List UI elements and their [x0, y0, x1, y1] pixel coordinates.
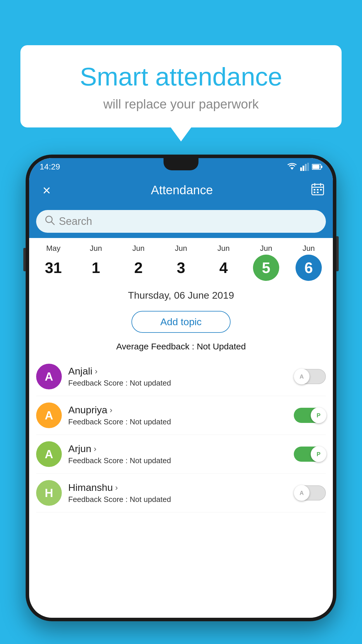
calendar-day[interactable]: Jun6 [296, 244, 322, 281]
student-item[interactable]: HHimanshu ›Feedback Score : Not updatedA [36, 474, 326, 512]
calendar-day[interactable]: Jun4 [210, 244, 237, 281]
speech-bubble: Smart attendance will replace your paper… [20, 45, 342, 127]
avatar: A [36, 402, 62, 428]
calendar-day[interactable]: Jun3 [168, 244, 194, 281]
chevron-right-icon: › [94, 444, 96, 454]
student-info: Arjun ›Feedback Score : Not updated [68, 443, 287, 465]
attendance-toggle[interactable]: A [294, 485, 326, 501]
feedback-label: Feedback Score : [68, 417, 130, 426]
feedback-score: Feedback Score : Not updated [68, 417, 287, 426]
cal-date-number[interactable]: 31 [40, 255, 66, 281]
avatar: A [36, 441, 62, 467]
student-info: Anjali ›Feedback Score : Not updated [68, 365, 287, 388]
student-item[interactable]: AAnjali ›Feedback Score : Not updatedA [36, 357, 326, 396]
svg-line-18 [51, 222, 54, 225]
svg-rect-13 [317, 189, 319, 190]
app-bar-title: Attendance [61, 183, 303, 197]
selected-date: Thursday, 06 June 2019 [29, 284, 333, 304]
cal-date-number[interactable]: 2 [125, 255, 152, 281]
student-info: Anupriya ›Feedback Score : Not updated [68, 404, 287, 426]
name-text: Himanshu [68, 482, 113, 493]
avatar: H [36, 480, 62, 506]
toggle-track[interactable]: P [294, 408, 326, 423]
calendar-day[interactable]: Jun5 [253, 244, 279, 281]
toggle-track[interactable]: P [294, 447, 326, 462]
cal-date-number[interactable]: 6 [296, 255, 322, 281]
cal-date-number[interactable]: 3 [168, 255, 194, 281]
feedback-score: Feedback Score : Not updated [68, 495, 287, 504]
svg-rect-4 [307, 163, 309, 171]
feedback-label: Feedback Score : [68, 495, 130, 504]
calendar-day[interactable]: Jun2 [125, 244, 152, 281]
cal-date-number[interactable]: 5 [253, 255, 279, 281]
battery-icon [312, 163, 322, 170]
svg-rect-1 [300, 167, 302, 171]
chevron-right-icon: › [115, 483, 118, 492]
cal-date-number[interactable]: 1 [83, 255, 109, 281]
name-text: Anupriya [68, 404, 107, 416]
svg-rect-12 [314, 189, 315, 190]
student-name: Arjun › [68, 443, 287, 454]
attendance-toggle[interactable]: A [294, 369, 326, 384]
svg-rect-15 [314, 192, 315, 193]
status-time: 14:29 [40, 162, 60, 172]
feedback-summary: Average Feedback : Not Updated [29, 340, 333, 357]
toggle-track[interactable]: A [294, 485, 326, 501]
calendar-day[interactable]: May31 [40, 244, 66, 281]
search-bar[interactable]: Search [36, 210, 326, 233]
calendar-strip: May31Jun1Jun2Jun3Jun4Jun5Jun6 [29, 238, 333, 284]
attendance-toggle[interactable]: P [294, 408, 326, 423]
svg-rect-7 [321, 166, 322, 168]
search-placeholder: Search [59, 215, 92, 228]
phone-screen: 14:29 [29, 158, 333, 618]
speech-bubble-container: Smart attendance will replace your paper… [20, 45, 342, 127]
toggle-knob: A [294, 369, 310, 384]
feedback-value: Not updated [130, 456, 171, 465]
student-info: Himanshu ›Feedback Score : Not updated [68, 482, 287, 504]
signal-icon [300, 163, 309, 171]
add-topic-button[interactable]: Add topic [131, 311, 231, 333]
close-button[interactable]: × [38, 182, 55, 198]
avatar: A [36, 364, 62, 389]
phone-outer: 14:29 [26, 155, 336, 621]
svg-rect-2 [303, 166, 304, 171]
toggle-track[interactable]: A [294, 369, 326, 384]
feedback-score: Feedback Score : Not updated [68, 379, 287, 388]
toggle-knob: P [311, 446, 326, 462]
svg-rect-6 [312, 165, 319, 169]
feedback-value: Not Updated [197, 342, 246, 351]
attendance-toggle[interactable]: P [294, 447, 326, 462]
chevron-right-icon: › [110, 405, 112, 415]
name-text: Anjali [68, 365, 92, 377]
cal-month-label: Jun [175, 244, 187, 253]
cal-date-number[interactable]: 4 [210, 255, 237, 281]
name-text: Arjun [68, 443, 91, 454]
svg-rect-16 [317, 192, 319, 193]
power-button [336, 236, 339, 271]
calendar-button[interactable] [311, 183, 324, 198]
cal-month-label: Jun [303, 244, 315, 253]
chevron-right-icon: › [95, 367, 97, 376]
student-list: AAnjali ›Feedback Score : Not updatedAAA… [29, 357, 333, 512]
feedback-value: Not updated [130, 417, 171, 426]
toggle-knob: A [294, 485, 310, 501]
cal-month-label: May [46, 244, 60, 253]
speech-title: Smart attendance [38, 63, 324, 91]
svg-marker-0 [290, 167, 294, 170]
feedback-score: Feedback Score : Not updated [68, 456, 287, 465]
search-icon [45, 215, 55, 228]
student-name: Anupriya › [68, 404, 287, 416]
svg-rect-3 [305, 164, 307, 171]
app-bar: × Attendance [29, 176, 333, 205]
feedback-label: Average Feedback : [116, 342, 197, 351]
cal-month-label: Jun [132, 244, 145, 253]
phone-wrapper: 14:29 [26, 155, 336, 644]
student-item[interactable]: AAnupriya ›Feedback Score : Not updatedP [36, 396, 326, 435]
volume-button [23, 248, 26, 271]
student-item[interactable]: AArjun ›Feedback Score : Not updatedP [36, 435, 326, 474]
speech-subtitle: will replace your paperwork [38, 97, 324, 111]
cal-month-label: Jun [90, 244, 102, 253]
feedback-label: Feedback Score : [68, 379, 130, 387]
wifi-icon [287, 163, 297, 171]
calendar-day[interactable]: Jun1 [83, 244, 109, 281]
